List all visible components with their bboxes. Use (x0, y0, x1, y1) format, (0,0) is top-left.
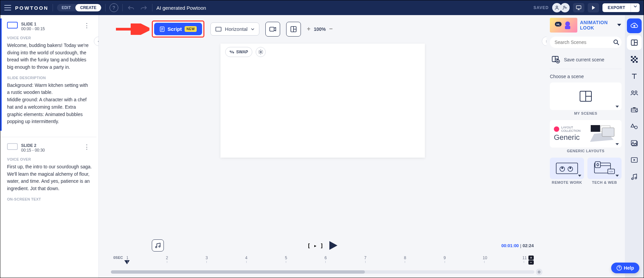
shapes-tab[interactable] (627, 119, 642, 134)
scene-card-generic[interactable]: LAYOUTLAYOUT COLLECTIONCOLLECTION Generi… (550, 120, 622, 148)
upload-button[interactable] (627, 18, 642, 33)
zoom-in-icon[interactable]: + (307, 25, 311, 33)
timeline-scrollbar[interactable]: ⚙ (111, 270, 534, 274)
edit-mode-button[interactable]: EDIT (57, 4, 75, 11)
zoom-level: 100% (314, 26, 326, 32)
app-header: POWTOON EDIT CREATE ? SAVED EXPORT (0, 0, 644, 15)
scene-card-tech[interactable]: </> (587, 158, 622, 179)
help-icon (617, 265, 622, 271)
stage-canvas[interactable]: SWAP (220, 44, 425, 158)
scene-card-remote[interactable] (550, 158, 584, 179)
svg-rect-31 (631, 56, 633, 58)
description-text: Background: Warm kitchen setting with a … (7, 82, 92, 125)
preview-icon[interactable] (588, 3, 599, 12)
timeline-add-button[interactable]: + (528, 256, 534, 260)
music-button[interactable] (152, 239, 164, 252)
scene-card-my[interactable] (550, 82, 622, 110)
logo: POWTOON (15, 5, 49, 11)
search-icon[interactable] (613, 39, 619, 45)
swap-button[interactable]: SWAP (225, 47, 252, 57)
save-scene-label: Save current scene (564, 57, 604, 62)
create-mode-button[interactable]: CREATE (75, 4, 101, 11)
save-scene-button[interactable]: Save current scene (550, 53, 622, 69)
export-dropdown-icon[interactable] (631, 3, 640, 12)
images-icon (631, 140, 638, 146)
collaborators[interactable] (552, 3, 570, 12)
svg-point-42 (636, 110, 638, 112)
divider (0, 137, 96, 137)
menu-icon[interactable] (4, 5, 11, 10)
redo-icon[interactable] (139, 5, 148, 10)
svg-rect-45 (631, 141, 637, 145)
search-scenes[interactable] (550, 37, 622, 48)
slide-time: 00:15 - 00:30 (21, 148, 78, 153)
videos-tab[interactable] (627, 153, 642, 167)
swap-icon (230, 50, 234, 54)
voiceover-text: Welcome, budding bakers! Today we're div… (7, 42, 92, 71)
layout-button[interactable] (286, 22, 301, 37)
timeline-remove-button[interactable]: − (528, 260, 534, 265)
section-label: SLIDE DESCRIPTION (7, 76, 92, 80)
timeline-settings-icon[interactable]: ⚙ (536, 269, 542, 275)
svg-point-13 (614, 40, 618, 44)
ruler-tick: 2 (165, 256, 169, 263)
more-icon[interactable]: ⋮ (82, 22, 92, 29)
category-remote: REMOTE WORK (550, 180, 584, 184)
chevron-down-icon[interactable] (616, 175, 619, 177)
camera-button[interactable] (265, 22, 280, 37)
ruler-tick: 5 (284, 256, 288, 263)
background-tab[interactable] (627, 52, 642, 67)
slide-thumbnail[interactable] (7, 143, 18, 150)
svg-text:Hi,: Hi, (557, 23, 560, 26)
chevron-down-icon[interactable] (616, 143, 619, 146)
characters-tab[interactable] (627, 86, 642, 100)
slides-panel: ‹ SLIDE 1 00:00 - 00:15 ⋮ VOICE OVER Wel… (0, 15, 99, 278)
text-tab[interactable] (627, 69, 642, 84)
script-button[interactable]: Script NEW (154, 23, 202, 35)
play-segment-button[interactable]: [ ▸ ] (307, 242, 323, 249)
music-note-icon (631, 173, 637, 180)
chevron-down-icon[interactable] (617, 23, 622, 27)
slide-thumbnail[interactable] (7, 22, 18, 29)
help-widget[interactable]: Help (611, 263, 639, 273)
orientation-dropdown[interactable]: Horizontal (210, 22, 259, 36)
export-button[interactable]: EXPORT (602, 3, 631, 12)
search-input[interactable] (555, 40, 613, 45)
svg-point-24 (570, 167, 571, 169)
undo-icon[interactable] (127, 5, 135, 10)
scenes-panel: Hi, ANIMATION LOOK Save current scene Ch… (546, 15, 644, 278)
slide-card[interactable]: SLIDE 2 00:15 - 00:30 ⋮ VOICE OVER First… (0, 140, 96, 209)
chevron-down-icon[interactable] (578, 175, 581, 177)
svg-rect-5 (216, 27, 221, 31)
gear-icon[interactable] (256, 47, 266, 57)
add-user-icon[interactable] (560, 3, 570, 12)
slide-name: SLIDE 1 (21, 22, 78, 26)
svg-rect-19 (602, 128, 614, 136)
svg-text:</>: </> (609, 170, 613, 173)
zoom-out-icon[interactable]: − (329, 25, 333, 33)
layout-icon (580, 91, 592, 102)
divider (53, 4, 53, 11)
present-icon[interactable] (573, 3, 584, 12)
saved-status: SAVED (533, 5, 549, 10)
svg-rect-35 (631, 59, 633, 61)
svg-rect-26 (595, 162, 600, 168)
slide-time: 00:00 - 00:15 (21, 26, 78, 31)
time-total: 02:24 (523, 243, 534, 248)
svg-point-1 (563, 6, 565, 8)
sound-tab[interactable] (627, 169, 642, 184)
svg-rect-2 (576, 6, 581, 9)
laptop-illustration-icon (587, 124, 618, 143)
project-title-input[interactable] (156, 5, 530, 11)
play-button[interactable] (329, 240, 338, 251)
props-tab[interactable] (627, 102, 642, 117)
timeline-ruler[interactable]: 1234567891011 (126, 256, 526, 268)
slide-card[interactable]: SLIDE 1 00:00 - 00:15 ⋮ VOICE OVER Welco… (0, 18, 96, 131)
images-tab[interactable] (627, 136, 642, 151)
more-icon[interactable]: ⋮ (82, 143, 92, 151)
svg-rect-33 (633, 58, 634, 59)
chevron-down-icon[interactable] (616, 106, 619, 108)
scrollbar-thumb[interactable] (111, 270, 365, 274)
scenes-tab[interactable] (627, 35, 642, 50)
help-icon[interactable]: ? (110, 3, 118, 12)
